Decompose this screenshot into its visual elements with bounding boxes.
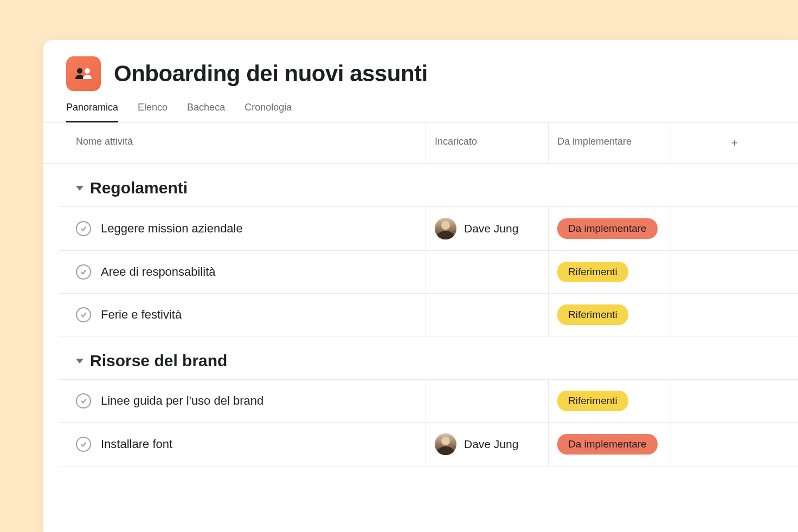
extra-cell [671,294,798,336]
title-row: Onboarding dei nuovi assunti [66,56,775,91]
section-header-regolamenti[interactable]: Regolamenti [43,164,798,207]
complete-task-button[interactable] [76,307,91,322]
section-title: Risorse del brand [90,352,227,370]
project-icon[interactable] [66,56,101,91]
add-column-button[interactable]: + [671,123,798,163]
svg-point-0 [77,68,82,74]
assignee-cell[interactable]: Dave Jung [426,423,549,466]
assignee-name: Dave Jung [464,438,518,451]
task-name: Aree di responsabilità [101,265,216,279]
status-badge: Riferimenti [557,391,628,411]
task-cell: Aree di responsabilità [43,251,426,293]
complete-task-button[interactable] [76,437,91,452]
task-name: Leggere mission aziendale [101,222,243,236]
task-name: Ferie e festività [101,308,182,322]
status-cell[interactable]: Da implementare [549,423,671,466]
column-header-task[interactable]: Nome attività [43,123,426,163]
status-badge: Da implementare [557,218,658,239]
project-window: Onboarding dei nuovi assunti Panoramica … [43,40,798,532]
status-badge: Riferimenti [557,262,628,282]
check-icon [80,440,87,448]
task-row[interactable]: Aree di responsabilità Riferimenti [59,250,798,294]
task-row[interactable]: Installare font Dave Jung Da implementar… [59,422,798,466]
status-cell[interactable]: Riferimenti [549,380,671,422]
extra-cell [671,251,798,293]
task-cell: Installare font [43,423,426,466]
tab-cronologia[interactable]: Cronologia [244,102,292,122]
assignee-cell[interactable]: Dave Jung [426,207,549,250]
assignee-cell[interactable] [426,380,549,422]
tabs: Panoramica Elenco Bacheca Cronologia [66,102,775,122]
check-icon [80,268,87,276]
complete-task-button[interactable] [76,264,91,280]
assignee-cell[interactable] [426,294,549,336]
check-icon [80,311,87,319]
status-cell[interactable]: Da implementare [549,207,671,250]
section-header-risorse[interactable]: Risorse del brand [43,336,798,380]
check-icon [80,397,87,405]
chevron-down-icon [76,186,83,191]
tab-elenco[interactable]: Elenco [138,102,168,122]
complete-task-button[interactable] [76,221,91,236]
task-row[interactable]: Linee guida per l'uso del brand Riferime… [59,379,798,423]
avatar [435,218,456,239]
avatar [435,433,456,455]
project-header: Onboarding dei nuovi assunti Panoramica … [43,40,798,122]
extra-cell [671,423,798,466]
status-badge: Riferimenti [557,304,628,325]
task-cell: Linee guida per l'uso del brand [43,380,426,422]
section-title: Regolamenti [90,179,188,197]
extra-cell [671,380,798,422]
people-icon [74,67,93,80]
task-row[interactable]: Ferie e festività Riferimenti [59,293,798,336]
complete-task-button[interactable] [76,393,91,408]
columns-header: Nome attività Incaricato Da implementare… [43,122,798,164]
svg-point-1 [85,68,90,74]
project-title: Onboarding dei nuovi assunti [114,61,428,87]
assignee-name: Dave Jung [464,222,518,235]
extra-cell [671,207,798,250]
check-icon [80,225,87,232]
chevron-down-icon [76,359,83,364]
task-name: Linee guida per l'uso del brand [101,394,263,408]
status-cell[interactable]: Riferimenti [549,251,671,293]
column-header-assignee[interactable]: Incaricato [426,123,549,163]
status-badge: Da implementare [557,434,658,455]
tab-bacheca[interactable]: Bacheca [187,102,225,122]
task-row[interactable]: Leggere mission aziendale Dave Jung Da i… [59,206,798,251]
column-header-status[interactable]: Da implementare [549,123,671,163]
status-cell[interactable]: Riferimenti [549,294,671,336]
task-cell: Leggere mission aziendale [43,207,426,250]
tab-panoramica[interactable]: Panoramica [66,102,118,122]
assignee-cell[interactable] [426,251,549,293]
task-cell: Ferie e festività [43,294,426,336]
task-name: Installare font [101,437,172,451]
